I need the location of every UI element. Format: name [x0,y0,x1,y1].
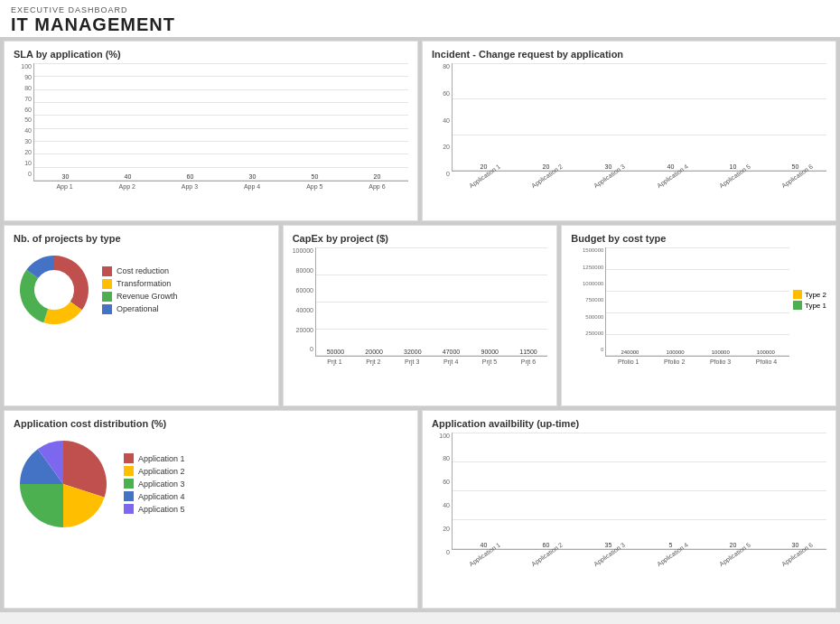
budget-panel: Budget by cost type 15000001250000100000… [561,225,836,405]
avail-chart: 10080604020040603552030Application 1Appl… [432,433,826,568]
header-subtitle: EXECUTIVE DASHBOARD [11,5,829,14]
header: EXECUTIVE DASHBOARD IT MANAGEMENT [0,0,840,37]
appcost-title: Application cost distribution (%) [14,418,408,429]
pie-chart-container: Application 1Application 2Application 3A… [14,434,408,534]
donut-chart-container: Cost reductionTransformationRevenue Grow… [14,249,269,331]
sla-title: SLA by application (%) [14,49,408,60]
incident-chart: 806040200202030401050Application 1Applic… [432,63,826,190]
incident-panel: Incident - Change request by application… [422,41,836,221]
incident-title: Incident - Change request by application [432,49,826,60]
sla-chart: 1009080706050403020100304060305020App 1A… [14,63,408,190]
appcost-panel: Application cost distribution (%) Applic… [4,410,418,609]
projects-type-panel: Nb. of projects by type Cost reductionTr… [4,225,279,405]
header-title: IT MANAGEMENT [11,14,829,35]
availability-title: Application availbility (up-time) [432,418,826,429]
projects-type-title: Nb. of projects by type [14,233,269,244]
budget-chart: 1500000125000010000007500005000002500000… [571,247,826,365]
capex-panel: CapEx by project ($) 1000008000060000400… [283,225,558,405]
budget-title: Budget by cost type [571,233,826,244]
sla-panel: SLA by application (%) 10090807060504030… [4,41,418,221]
availability-panel: Application availbility (up-time) 100806… [422,410,836,609]
capex-chart: 1000008000060000400002000005000020000320… [293,247,548,365]
capex-title: CapEx by project ($) [293,233,548,244]
